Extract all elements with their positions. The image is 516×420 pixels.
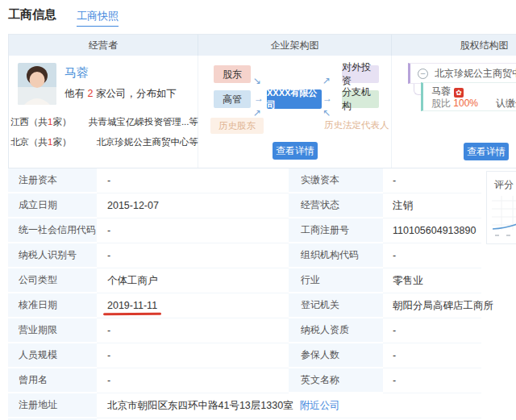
location-row: 北京（共1家） 北京珍妮公主商贸中心等 <box>10 132 198 152</box>
score-trend-chart <box>490 194 516 243</box>
operator-photo <box>18 63 56 105</box>
field-value: - <box>97 168 289 193</box>
overview-card: 经营者 企业架构图 股权结构图 马蓉 他有 2 家公司，分布如下 <box>8 34 516 168</box>
field-value: - <box>383 168 481 193</box>
field-value: - <box>97 243 289 268</box>
field-value-address: 北京市朝阳区东四环中路41号13层1330室附近公司 <box>97 393 481 418</box>
field-label: 经营状态 <box>289 193 383 218</box>
operator-panel: 马蓉 他有 2 家公司，分布如下 江西（共1家） 共青城宝亿嵘投资管理...等 … <box>9 56 198 168</box>
table-row: 统一社会信用代码 - 工商注册号 110105604913890 <box>8 218 481 243</box>
org-node-shareholders[interactable]: 股东 <box>214 65 251 83</box>
org-node-historical-shareholders[interactable]: 历史股东 <box>210 118 264 134</box>
tree-connector-line <box>414 84 421 95</box>
holder-badge-icon: ✿ <box>454 88 464 98</box>
org-node-historical-legal-rep: 历史法定代表人 <box>324 119 389 131</box>
score-widget: 评分 <box>486 171 516 244</box>
score-title: 评分 <box>494 178 514 192</box>
table-row: 注册资本 - 实缴资本 - <box>8 168 481 193</box>
location-companies: 北京珍妮公主商贸中心等 <box>97 132 199 152</box>
field-label: 纳税人识别号 <box>8 243 97 268</box>
field-label: 注册地址 <box>8 393 97 418</box>
org-node-executives[interactable]: 高管 <box>214 90 251 108</box>
registration-info-table: 注册资本 - 实缴资本 - 成立日期 2015-12-07 经营状态 注销 统一… <box>8 168 481 420</box>
field-label: 纳税人资质 <box>289 318 383 343</box>
red-underline-annotation <box>103 313 161 316</box>
field-value: 个体工商户 <box>97 268 289 293</box>
nearby-companies-link[interactable]: 附近公司 <box>300 400 340 411</box>
table-row: 纳税人识别号 - 组织机构代码 - <box>8 243 481 268</box>
field-label: 人员规模 <box>8 343 97 368</box>
field-label: 注册资本 <box>8 168 97 193</box>
location-companies: 共青城宝亿嵘投资管理...等 <box>89 112 198 132</box>
ratio-value: 100% <box>453 98 478 109</box>
field-label: 营业期限 <box>8 318 97 343</box>
field-label: 成立日期 <box>8 193 97 218</box>
field-value: - <box>383 318 481 343</box>
location-row: 江西（共1家） 共青城宝亿嵘投资管理...等 <box>10 112 198 132</box>
field-value-approval-date: 2019-11-11 <box>97 293 289 318</box>
equity-view-detail-button[interactable]: 查看详情 <box>464 143 509 160</box>
arrow-up-left-icon: ↖ <box>322 107 331 119</box>
collapse-minus-icon[interactable]: − <box>418 69 428 79</box>
column-header-operator: 经营者 <box>9 35 198 56</box>
field-value: 110105604913890 <box>383 218 481 243</box>
table-row: 公司类型 个体工商户 行业 零售业 <box>8 268 481 293</box>
page-title: 工商信息 <box>8 7 56 23</box>
operator-locations: 江西（共1家） 共青城宝亿嵘投资管理...等 北京（共1家） 北京珍妮公主商贸中… <box>10 112 198 152</box>
overview-card-headers: 经营者 企业架构图 股权结构图 <box>9 35 516 56</box>
org-node-outbound-investment[interactable]: 对外投资 <box>342 65 379 83</box>
field-label: 工商注册号 <box>289 218 383 243</box>
field-value: - <box>97 318 289 343</box>
arrow-up-right-icon: ↗ <box>253 107 261 119</box>
field-value: - <box>383 343 481 368</box>
operator-name-link[interactable]: 马蓉 <box>64 65 89 81</box>
field-label: 实缴资本 <box>289 168 383 193</box>
table-row: 核准日期 2019-11-11 登记机关 朝阳分局高碑店工商所 <box>8 293 481 318</box>
equity-holder-node[interactable]: 马蓉✿ 股比 100%认缴金额 <box>421 82 516 111</box>
field-value: 注销 <box>383 193 481 218</box>
field-value: - <box>383 243 481 268</box>
field-label: 英文名称 <box>289 368 383 393</box>
field-label: 组织机构代码 <box>289 243 383 268</box>
equity-root-company: 北京珍妮公主商贸中心 <box>435 67 516 81</box>
field-label: 参保人数 <box>289 343 383 368</box>
table-row: 注册地址 北京市朝阳区东四环中路41号13层1330室附近公司 <box>8 393 481 418</box>
column-header-org-chart: 企业架构图 <box>198 35 392 56</box>
org-chart-view-detail-button[interactable]: 查看详情 <box>273 142 318 160</box>
field-value: - <box>97 218 289 243</box>
location-region: 北京（共1家） <box>10 132 71 152</box>
field-value: - <box>97 343 289 368</box>
org-chart-panel: 股东 高管 历史股东 XXXX有限公司 对外投资 分支机构 历史法定代表人 ↘ … <box>198 56 392 168</box>
arrow-up-right-icon: ↗ <box>322 75 331 86</box>
equity-holder-name-line: 马蓉✿ <box>431 85 516 98</box>
column-header-equity-chart: 股权结构图 <box>392 35 516 56</box>
field-value: 2015-12-07 <box>97 193 289 218</box>
table-row: 曾用名 - 英文名称 - <box>8 368 481 393</box>
arrow-right-icon: → <box>322 93 332 104</box>
field-value: 零售业 <box>383 268 481 293</box>
field-label: 核准日期 <box>8 293 97 318</box>
location-region: 江西（共1家） <box>10 112 71 132</box>
field-value: - <box>97 368 289 393</box>
field-label: 行业 <box>289 268 383 293</box>
equity-root-node[interactable]: − 北京珍妮公主商贸中心 <box>408 63 516 84</box>
arrow-down-right-icon: ↘ <box>253 75 261 86</box>
table-row: 营业期限 - 纳税人资质 - <box>8 318 481 343</box>
table-row: 人员规模 - 参保人数 - <box>8 343 481 368</box>
operator-summary: 他有 2 家公司，分布如下 <box>64 87 177 101</box>
business-info-page: 工商信息 工商快照 经营者 企业架构图 股权结构图 马蓉 <box>0 0 516 420</box>
org-node-branches[interactable]: 分支机构 <box>342 90 379 108</box>
field-label: 统一社会信用代码 <box>8 218 97 243</box>
field-label: 登记机关 <box>289 293 383 318</box>
field-label: 公司类型 <box>8 268 97 293</box>
field-value: - <box>383 368 481 393</box>
table-row: 成立日期 2015-12-07 经营状态 注销 <box>8 193 481 218</box>
equity-panel: − 北京珍妮公主商贸中心 马蓉✿ 股比 100%认缴金额 查看详情 <box>392 56 516 168</box>
field-label: 曾用名 <box>8 368 97 393</box>
business-snapshot-link[interactable]: 工商快照 <box>77 9 119 27</box>
equity-holder-ratio-line: 股比 100%认缴金额 <box>431 98 516 110</box>
org-node-company: XXXX有限公司 <box>267 89 322 109</box>
field-value: 朝阳分局高碑店工商所 <box>383 293 481 318</box>
arrow-right-icon: → <box>254 93 264 104</box>
